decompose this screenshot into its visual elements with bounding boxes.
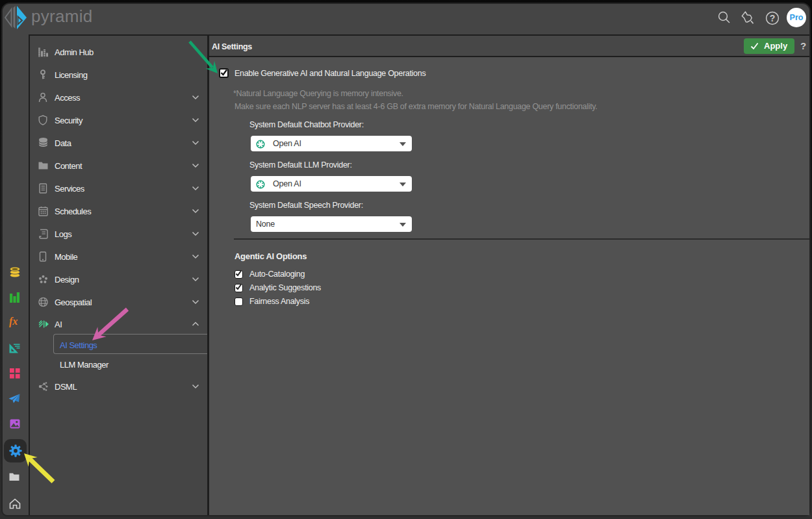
svg-text:?: ? <box>770 13 776 23</box>
